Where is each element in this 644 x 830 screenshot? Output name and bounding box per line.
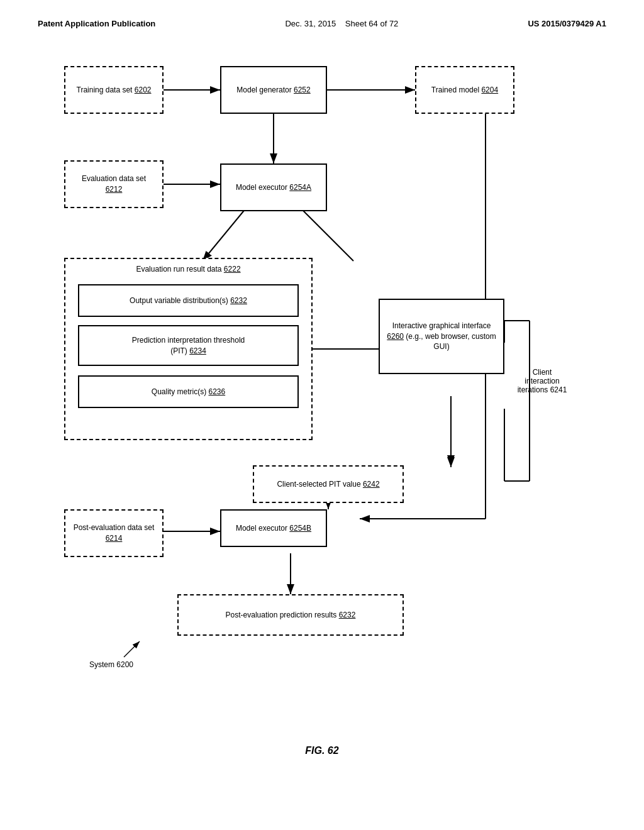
eval-data-label: Evaluation data set6212 [82, 174, 146, 195]
interactive-gui-label: Interactive graphical interface 6260 (e.… [385, 321, 498, 352]
post-eval-data-label: Post-evaluation data set 6214 [70, 523, 157, 544]
model-generator-label: Model generator 6252 [236, 85, 310, 96]
model-executor-a-label: Model executor 6254A [236, 182, 311, 193]
page: Patent Application Publication Dec. 31, … [0, 0, 644, 830]
post-eval-data-box: Post-evaluation data set 6214 [64, 509, 164, 557]
model-executor-b-label: Model executor 6254B [236, 523, 311, 534]
model-executor-b-box: Model executor 6254B [220, 509, 327, 547]
svg-line-22 [124, 641, 140, 657]
post-eval-results-box: Post-evaluation prediction results 6232 [177, 594, 404, 636]
model-executor-a-box: Model executor 6254A [220, 163, 327, 211]
model-generator-box: Model generator 6252 [220, 66, 327, 114]
trained-model-box: Trained model 6204 [415, 66, 514, 114]
output-var-label: Output variable distribution(s) 6232 [130, 296, 247, 306]
quality-metric-box: Quality metric(s) 6236 [78, 375, 299, 408]
training-data-box: Training data set 6202 [64, 66, 164, 114]
header-center: Dec. 31, 2015 Sheet 64 of 72 [285, 19, 398, 28]
trained-model-label: Trained model 6204 [431, 85, 498, 96]
page-header: Patent Application Publication Dec. 31, … [38, 19, 606, 28]
eval-run-result-label: Evaluation run result data 6222 [65, 264, 311, 275]
post-eval-results-label: Post-evaluation prediction results 6232 [226, 610, 356, 621]
header-date: Dec. 31, 2015 [285, 19, 336, 28]
pit-box: Prediction interpretation threshold(PIT)… [78, 325, 299, 366]
client-pit-label: Client-selected PIT value 6242 [277, 479, 379, 490]
interactive-gui-box: Interactive graphical interface 6260 (e.… [379, 299, 504, 374]
eval-run-result-group: Evaluation run result data 6222 Output v… [64, 258, 313, 440]
diagram: Training data set 6202 Model generator 6… [52, 47, 592, 739]
pit-label: Prediction interpretation threshold(PIT)… [132, 335, 245, 357]
client-interaction-label: Clientinteractioniterations 6241 [514, 368, 570, 394]
output-var-box: Output variable distribution(s) 6232 [78, 284, 299, 317]
svg-line-8 [203, 208, 247, 261]
header-right: US 2015/0379429 A1 [528, 19, 606, 28]
fig-label: FIG. 62 [38, 745, 606, 756]
training-data-label: Training data set 6202 [77, 85, 152, 96]
quality-metric-label: Quality metric(s) 6236 [152, 387, 225, 397]
svg-line-9 [300, 208, 353, 261]
header-left: Patent Application Publication [38, 19, 155, 28]
system-label: System 6200 [89, 660, 133, 669]
header-sheet: Sheet 64 of 72 [345, 19, 399, 28]
eval-data-box: Evaluation data set6212 [64, 160, 164, 208]
client-pit-box: Client-selected PIT value 6242 [253, 465, 404, 503]
